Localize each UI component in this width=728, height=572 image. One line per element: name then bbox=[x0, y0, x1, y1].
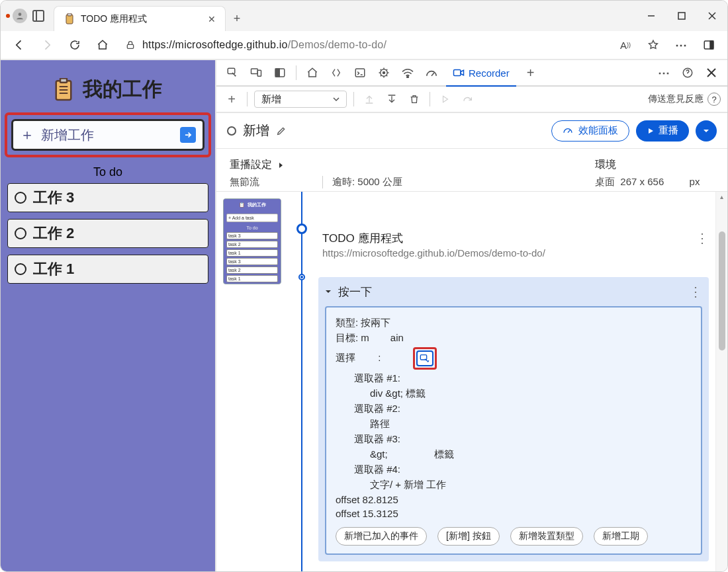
new-recording-button[interactable]: + bbox=[223, 91, 240, 108]
selector-picker-button[interactable] bbox=[416, 350, 433, 366]
record-status-icon bbox=[227, 126, 236, 136]
task-item[interactable]: 工作 2 bbox=[7, 219, 208, 248]
read-aloud-button[interactable]: A)) bbox=[614, 33, 637, 57]
browser-toolbar: https://microsoftedge.github.io/Demos/de… bbox=[1, 31, 727, 60]
tab-title: TODO 應用程式 bbox=[81, 13, 147, 25]
gauge-icon bbox=[563, 126, 573, 136]
devtools-panel: Recorder + ⋯ + 新增 bbox=[215, 60, 727, 571]
home-button[interactable] bbox=[91, 33, 114, 57]
address-bar[interactable]: https://microsoftedge.github.io/Demos/de… bbox=[118, 34, 610, 56]
device-icon[interactable] bbox=[247, 63, 265, 82]
recording-select[interactable]: 新增 bbox=[254, 91, 347, 108]
replay-split-button[interactable] bbox=[696, 120, 717, 142]
camera-icon bbox=[453, 68, 465, 77]
selector-2-value: 路徑 bbox=[336, 417, 692, 432]
feedback-label: 傳送意見反應 bbox=[648, 93, 704, 105]
chevron-down-icon[interactable] bbox=[325, 288, 332, 295]
environment-value: 桌面 267 x 656 px bbox=[595, 176, 714, 188]
more-tabs-button[interactable]: + bbox=[522, 63, 540, 82]
devtools-close-icon[interactable] bbox=[702, 63, 721, 82]
list-header: To do bbox=[5, 157, 211, 183]
svg-rect-17 bbox=[251, 69, 258, 74]
step-navigate[interactable]: TODO 應用程式 ⋮ https://microsoftedge.github… bbox=[322, 226, 709, 263]
task-radio[interactable] bbox=[15, 263, 26, 275]
tab-favicon bbox=[64, 13, 75, 25]
scroll-up-icon[interactable]: ▴ bbox=[716, 193, 727, 200]
task-item[interactable]: 工作 3 bbox=[7, 183, 208, 212]
svg-rect-16 bbox=[228, 68, 235, 73]
offset-y: offset 15.3125 bbox=[336, 507, 692, 520]
performance-panel-button[interactable]: 效能面板 bbox=[551, 120, 629, 142]
minimize-button[interactable] bbox=[636, 1, 666, 31]
step-menu-icon[interactable]: ⋮ bbox=[696, 230, 709, 246]
sources-tab-icon[interactable] bbox=[375, 63, 393, 82]
step-menu-icon[interactable]: ⋮ bbox=[689, 284, 702, 300]
selector-4-label: 選取器 #4: bbox=[336, 462, 692, 477]
task-radio[interactable] bbox=[15, 192, 26, 204]
maximize-button[interactable] bbox=[666, 1, 697, 31]
welcome-tab-icon[interactable] bbox=[303, 63, 322, 82]
tab-close-icon[interactable]: ✕ bbox=[208, 14, 216, 24]
back-button[interactable] bbox=[7, 33, 31, 57]
perf-button-label: 效能面板 bbox=[578, 124, 618, 137]
notification-dot bbox=[6, 14, 10, 18]
performance-tab-icon[interactable] bbox=[422, 63, 441, 82]
close-window-button[interactable] bbox=[697, 1, 727, 31]
recorder-tab[interactable]: Recorder bbox=[446, 60, 516, 87]
rename-button[interactable] bbox=[276, 126, 287, 136]
recording-select-label: 新增 bbox=[261, 93, 281, 106]
recording-thumbnail[interactable]: 📋我的工作 + Add a task To do task 3 task 2 t… bbox=[216, 192, 288, 571]
task-label: 工作 3 bbox=[33, 188, 74, 208]
replay-settings-label[interactable]: 重播設定 bbox=[230, 158, 309, 172]
devtools-more-icon[interactable]: ⋯ bbox=[655, 63, 673, 82]
new-tab-button[interactable]: + bbox=[226, 6, 248, 31]
lock-icon bbox=[125, 40, 136, 50]
plus-icon: ＋ bbox=[20, 125, 34, 145]
svg-point-23 bbox=[383, 72, 385, 74]
step-click[interactable]: 按一下 ⋮ 類型: 按兩下 目標: main 選擇 : bbox=[318, 277, 709, 561]
inspect-icon[interactable] bbox=[223, 63, 242, 82]
timeline: TODO 應用程式 ⋮ https://microsoftedge.github… bbox=[288, 192, 715, 571]
add-device-chip[interactable]: 新增裝置類型 bbox=[510, 527, 583, 546]
feedback-link[interactable]: 傳送意見反應 ? bbox=[648, 93, 721, 106]
replay-button-label: 重播 bbox=[659, 124, 678, 137]
add-button-chip[interactable]: [新增] 按鈕 bbox=[437, 527, 500, 546]
help-icon[interactable] bbox=[678, 63, 697, 82]
import-button[interactable] bbox=[383, 91, 400, 108]
elements-tab-icon[interactable] bbox=[327, 63, 345, 82]
replay-button[interactable]: 重播 bbox=[636, 120, 689, 142]
scrollbar[interactable]: ▴ bbox=[715, 192, 727, 571]
browser-tab[interactable]: TODO 應用程式 ✕ bbox=[54, 6, 226, 31]
profile-avatar[interactable] bbox=[13, 9, 27, 23]
timeline-node[interactable] bbox=[298, 274, 305, 280]
console-tab-icon[interactable] bbox=[351, 63, 369, 82]
timeline-node[interactable] bbox=[296, 224, 307, 234]
submit-task-button[interactable] bbox=[180, 127, 196, 143]
refresh-button[interactable] bbox=[63, 33, 87, 57]
app-title: 我的工作 bbox=[83, 76, 162, 103]
delete-button[interactable] bbox=[406, 91, 423, 108]
selector-3-label: 選取器 #3: bbox=[336, 432, 692, 447]
add-duration-chip[interactable]: 新增工期 bbox=[594, 527, 648, 546]
new-task-placeholder: 新增工作 bbox=[41, 126, 94, 144]
step-title: TODO 應用程式 bbox=[322, 231, 403, 246]
network-tab-icon[interactable] bbox=[398, 63, 417, 82]
workspaces-icon[interactable] bbox=[32, 10, 44, 22]
export-button bbox=[361, 91, 378, 108]
svg-rect-20 bbox=[275, 69, 279, 77]
sidebar-toggle-button[interactable] bbox=[697, 33, 721, 57]
svg-rect-12 bbox=[60, 78, 67, 82]
task-list: 工作 3 工作 2 工作 1 bbox=[5, 183, 211, 284]
svg-rect-10 bbox=[710, 41, 713, 49]
task-radio[interactable] bbox=[15, 227, 26, 239]
dock-icon[interactable] bbox=[271, 63, 289, 82]
menu-button[interactable]: ⋯ bbox=[669, 33, 693, 57]
scroll-thumb[interactable] bbox=[719, 231, 725, 350]
new-task-input[interactable]: ＋ 新增工作 bbox=[11, 119, 205, 151]
step-play-button bbox=[437, 91, 454, 108]
favorite-button[interactable] bbox=[641, 33, 665, 57]
task-item[interactable]: 工作 1 bbox=[7, 255, 208, 284]
add-assertion-chip[interactable]: 新增已加入的事件 bbox=[336, 527, 427, 546]
todo-app: 我的工作 ＋ 新增工作 To do 工作 3 工作 2 工作 1 bbox=[1, 60, 215, 571]
address-url: https://microsoftedge.github.io/Demos/de… bbox=[142, 39, 387, 51]
